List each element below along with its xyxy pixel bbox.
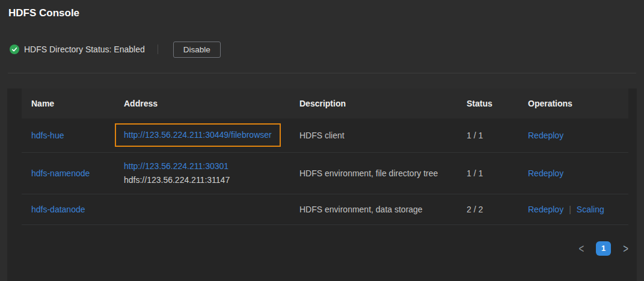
operation-redeploy-link[interactable]: Redeploy xyxy=(528,205,563,214)
pagination: < 1 > xyxy=(7,241,628,256)
address-text: hdfs://123.56.224.211:31147 xyxy=(124,175,230,185)
address-highlight-box: http://123.56.224.211:30449/filebrowser xyxy=(115,123,281,147)
status-bar: HDFS Directory Status: Enabled Disable xyxy=(10,42,644,57)
address-link[interactable]: http://123.56.224.211:30301 xyxy=(124,161,228,171)
service-name-link[interactable]: hdfs-hue xyxy=(31,131,64,140)
cell-name: hdfs-hue xyxy=(22,119,114,152)
cell-description: HDFS client xyxy=(290,119,457,152)
table-body: hdfs-huehttp://123.56.224.211:30449/file… xyxy=(22,119,628,224)
next-page-icon[interactable]: > xyxy=(623,242,628,255)
table-row: hdfs-datanodeHDFS environment, data stor… xyxy=(22,194,628,224)
cell-address xyxy=(114,194,290,224)
cell-address: http://123.56.224.211:30301hdfs://123.56… xyxy=(114,152,290,194)
page-title: HDFS Console xyxy=(0,0,644,20)
cell-description: HDFS environment, data storage xyxy=(290,194,457,224)
column-header-description: Description xyxy=(290,88,457,119)
table-header: Name Address Description Status Operatio… xyxy=(22,88,628,119)
page-number-button[interactable]: 1 xyxy=(596,241,611,256)
hdfs-directory-status-label: HDFS Directory Status: Enabled xyxy=(24,45,145,54)
address-line: hdfs://123.56.224.211:31147 xyxy=(124,173,280,187)
cell-status: 2 / 2 xyxy=(457,194,518,224)
services-card: Name Address Description Status Operatio… xyxy=(7,88,637,281)
column-header-status: Status xyxy=(457,88,518,119)
cell-name: hdfs-namenode xyxy=(22,152,114,194)
services-table: Name Address Description Status Operatio… xyxy=(22,88,628,225)
address-line: http://123.56.224.211:30301 xyxy=(124,159,280,173)
cell-operations: Redeploy xyxy=(518,152,628,194)
column-header-name: Name xyxy=(22,88,114,119)
cell-operations: Redeploy|Scaling xyxy=(518,194,628,224)
cell-name: hdfs-datanode xyxy=(22,194,114,224)
prev-page-icon[interactable]: < xyxy=(578,242,584,255)
operation-separator: | xyxy=(569,205,571,214)
status-divider xyxy=(158,45,158,54)
page: HDFS Console HDFS Directory Status: Enab… xyxy=(0,0,644,281)
column-header-operations: Operations xyxy=(518,88,628,119)
operation-scaling-link[interactable]: Scaling xyxy=(577,205,604,214)
column-header-address: Address xyxy=(114,88,290,119)
service-name-link[interactable]: hdfs-datanode xyxy=(31,205,85,214)
section-divider xyxy=(8,73,636,73)
cell-status: 1 / 1 xyxy=(457,119,518,152)
cell-description: HDFS environment, file directory tree xyxy=(290,152,457,194)
success-check-icon xyxy=(10,45,19,54)
table-row: hdfs-huehttp://123.56.224.211:30449/file… xyxy=(22,119,628,152)
service-name-link[interactable]: hdfs-namenode xyxy=(31,168,90,178)
cell-status: 1 / 1 xyxy=(457,152,518,194)
address-link[interactable]: http://123.56.224.211:30449/filebrowser xyxy=(124,130,272,140)
operation-redeploy-link[interactable]: Redeploy xyxy=(528,131,563,140)
address-line: http://123.56.224.211:30449/filebrowser xyxy=(124,123,280,147)
table-row: hdfs-namenodehttp://123.56.224.211:30301… xyxy=(22,152,628,194)
cell-address: http://123.56.224.211:30449/filebrowser xyxy=(114,119,290,152)
disable-button[interactable]: Disable xyxy=(173,42,221,58)
operation-redeploy-link[interactable]: Redeploy xyxy=(528,168,563,178)
cell-operations: Redeploy xyxy=(518,119,628,152)
